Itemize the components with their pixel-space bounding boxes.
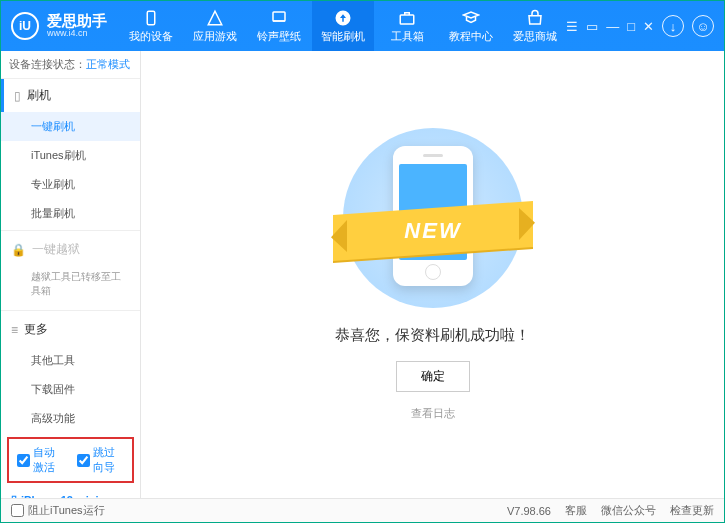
jailbreak-note: 越狱工具已转移至工具箱 (1, 266, 140, 308)
section-more[interactable]: ≡ 更多 (1, 313, 140, 346)
user-icon[interactable]: ☺ (692, 15, 714, 37)
download-icon[interactable]: ↓ (662, 15, 684, 37)
svg-rect-0 (147, 11, 155, 25)
sidebar-batch-flash[interactable]: 批量刷机 (1, 199, 140, 228)
new-ribbon: NEW (333, 201, 533, 261)
main-content: NEW 恭喜您，保资料刷机成功啦！ 确定 查看日志 (141, 51, 724, 498)
sidebar-download-firmware[interactable]: 下载固件 (1, 375, 140, 404)
nav-store[interactable]: 爱思商城 (504, 1, 566, 51)
sidebar-pro-flash[interactable]: 专业刷机 (1, 170, 140, 199)
app-name: 爱思助手 (47, 13, 107, 30)
section-jailbreak: 🔒 一键越狱 (1, 233, 140, 266)
nav-toolbox[interactable]: 工具箱 (376, 1, 438, 51)
svg-rect-1 (273, 12, 285, 21)
app-url: www.i4.cn (47, 29, 107, 39)
window-controls: ☰ ▭ — □ ✕ ↓ ☺ (566, 15, 714, 37)
nav-my-device[interactable]: 我的设备 (120, 1, 182, 51)
phone-icon: ▯ (14, 89, 21, 103)
sidebar-other-tools[interactable]: 其他工具 (1, 346, 140, 375)
skin-icon[interactable]: ▭ (586, 19, 598, 34)
checkbox-block-itunes[interactable]: 阻止iTunes运行 (11, 503, 105, 518)
device-info[interactable]: ▯iPhone 12 mini 64GB Down-12mini-13,1 (1, 487, 140, 498)
footer: 阻止iTunes运行 V7.98.66 客服 微信公众号 检查更新 (1, 498, 724, 522)
checkbox-auto-activate[interactable]: 自动激活 (17, 445, 65, 475)
view-log-link[interactable]: 查看日志 (411, 406, 455, 421)
sidebar: 设备连接状态：正常模式 ▯ 刷机 一键刷机 iTunes刷机 专业刷机 批量刷机… (1, 51, 141, 498)
section-flash[interactable]: ▯ 刷机 (1, 79, 140, 112)
app-logo: iU 爱思助手 www.i4.cn (11, 12, 120, 40)
nav-ringtones-wallpapers[interactable]: 铃声壁纸 (248, 1, 310, 51)
connection-status: 设备连接状态：正常模式 (1, 51, 140, 79)
titlebar: iU 爱思助手 www.i4.cn 我的设备 应用游戏 铃声壁纸 智能刷机 工具… (1, 1, 724, 51)
nav-smart-flash[interactable]: 智能刷机 (312, 1, 374, 51)
lock-icon: 🔒 (11, 243, 26, 257)
wechat-link[interactable]: 微信公众号 (601, 503, 656, 518)
close-icon[interactable]: ✕ (643, 19, 654, 34)
nav-apps-games[interactable]: 应用游戏 (184, 1, 246, 51)
logo-icon: iU (11, 12, 39, 40)
minimize-icon[interactable]: — (606, 19, 619, 34)
sidebar-itunes-flash[interactable]: iTunes刷机 (1, 141, 140, 170)
success-message: 恭喜您，保资料刷机成功啦！ (335, 326, 530, 345)
check-update-link[interactable]: 检查更新 (670, 503, 714, 518)
menu-lines-icon: ≡ (11, 323, 18, 337)
menu-icon[interactable]: ☰ (566, 19, 578, 34)
options-highlighted: 自动激活 跳过向导 (7, 437, 134, 483)
success-illustration: NEW (343, 128, 523, 308)
version-label: V7.98.66 (507, 505, 551, 517)
nav-tutorials[interactable]: 教程中心 (440, 1, 502, 51)
sidebar-oneclick-flash[interactable]: 一键刷机 (1, 112, 140, 141)
ok-button[interactable]: 确定 (396, 361, 470, 392)
checkbox-skip-setup[interactable]: 跳过向导 (77, 445, 125, 475)
phone-small-icon: ▯ (11, 493, 17, 498)
navbar: 我的设备 应用游戏 铃声壁纸 智能刷机 工具箱 教程中心 爱思商城 (120, 1, 566, 51)
svg-rect-2 (400, 15, 414, 24)
sidebar-advanced[interactable]: 高级功能 (1, 404, 140, 433)
support-link[interactable]: 客服 (565, 503, 587, 518)
maximize-icon[interactable]: □ (627, 19, 635, 34)
